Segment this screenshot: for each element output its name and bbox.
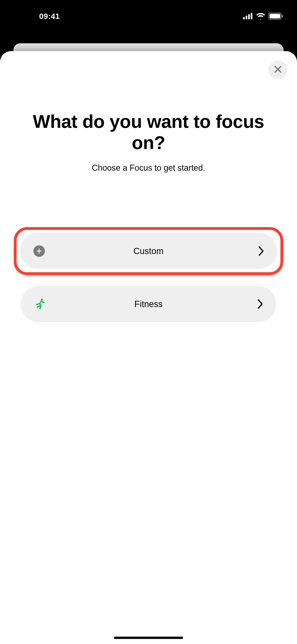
status-bar: 09:41 xyxy=(0,0,297,32)
svg-rect-1 xyxy=(246,16,247,19)
svg-rect-3 xyxy=(251,13,252,19)
svg-rect-6 xyxy=(282,15,283,17)
cellular-signal-icon xyxy=(243,13,253,19)
svg-rect-5 xyxy=(270,14,280,18)
svg-rect-2 xyxy=(248,14,250,19)
svg-point-7 xyxy=(41,298,43,301)
page-title: What do you want to focus on? xyxy=(0,111,297,154)
chevron-right-icon xyxy=(256,299,264,309)
focus-option-label: Fitness xyxy=(21,299,276,309)
battery-icon xyxy=(268,13,283,20)
plus-circle-icon xyxy=(32,244,46,258)
status-indicators xyxy=(243,13,283,20)
home-indicator[interactable] xyxy=(114,637,183,639)
focus-option-custom[interactable]: Custom xyxy=(20,233,277,269)
focus-option-label: Custom xyxy=(20,246,277,256)
focus-setup-modal: What do you want to focus on? Choose a F… xyxy=(0,51,297,644)
close-button[interactable] xyxy=(268,60,287,79)
close-icon xyxy=(274,65,282,74)
focus-options-list: Custom xyxy=(0,227,297,322)
status-time: 09:41 xyxy=(39,12,60,21)
chevron-right-icon xyxy=(258,246,265,256)
highlight-annotation: Custom xyxy=(14,227,283,275)
modal-content: What do you want to focus on? Choose a F… xyxy=(0,51,297,322)
page-subtitle: Choose a Focus to get started. xyxy=(0,163,297,173)
running-person-icon xyxy=(33,297,47,311)
wifi-icon xyxy=(256,13,265,20)
focus-option-fitness[interactable]: Fitness xyxy=(21,286,276,322)
svg-rect-0 xyxy=(243,17,245,19)
